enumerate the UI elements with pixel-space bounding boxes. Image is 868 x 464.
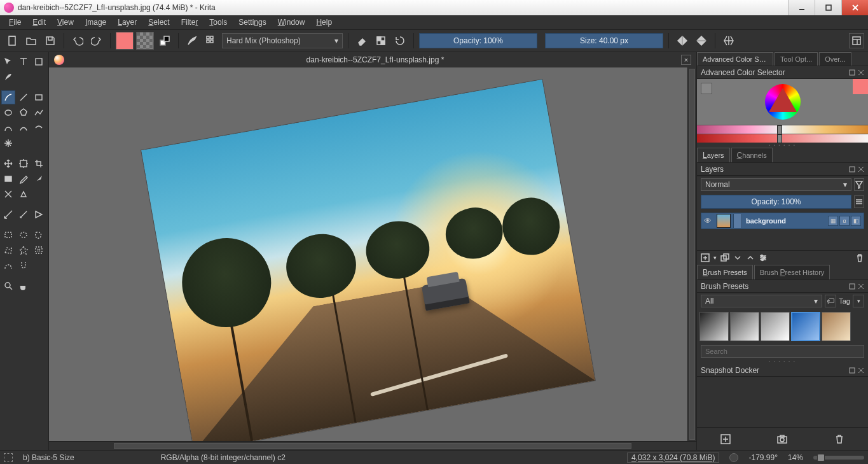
recent-color-swatch[interactable] (853, 79, 868, 94)
menu-tools[interactable]: Tools (204, 17, 232, 28)
redo-button[interactable] (88, 32, 105, 49)
window-close-button[interactable] (841, 0, 868, 15)
blend-mode-select[interactable]: Hard Mix (Photoshop)▾ (222, 33, 343, 48)
save-file-button[interactable] (42, 32, 59, 49)
document-tab-title[interactable]: dan-kreibich--5ZCZF7_LfI-unsplash.jpg * (69, 55, 681, 64)
tool-polygon[interactable] (17, 106, 31, 120)
float-icon[interactable] (849, 166, 855, 172)
preset-5[interactable] (822, 312, 851, 341)
menu-help[interactable]: Help (311, 17, 337, 28)
eraser-mode-button[interactable] (354, 32, 370, 49)
preset-tag-icon[interactable]: 🏷 (825, 295, 836, 307)
layer-inherit-alpha-icon[interactable]: ◧ (851, 216, 861, 226)
docker-grip[interactable]: • • • • • • (697, 143, 868, 148)
tool-rect-select[interactable] (1, 228, 15, 242)
color-selector-config-icon[interactable] (701, 83, 712, 94)
tool-polyline[interactable] (32, 106, 46, 120)
tool-multibrush[interactable] (1, 136, 15, 150)
vertical-scrollbar[interactable] (687, 67, 696, 441)
layer-name[interactable]: background (742, 217, 828, 225)
docker-grip[interactable]: • • • • • • (697, 359, 868, 364)
opacity-slider[interactable]: Opacity: 100% (419, 33, 537, 48)
alpha-lock-button[interactable] (373, 32, 389, 49)
docker-tab-tool-options[interactable]: Tool Opt... (775, 52, 818, 66)
tool-measure[interactable] (17, 207, 31, 221)
layer-alpha-icon[interactable]: α (839, 216, 850, 226)
snapshot-camera-button[interactable] (776, 433, 788, 445)
brush-preset-button[interactable] (184, 32, 200, 49)
tool-contiguous-select[interactable] (17, 243, 31, 257)
close-icon[interactable] (858, 367, 864, 374)
menu-image[interactable]: Image (80, 17, 111, 28)
close-icon[interactable] (858, 69, 864, 76)
tool-color-picker[interactable] (17, 172, 31, 186)
tool-line[interactable] (17, 90, 31, 104)
color-shade-bar-1[interactable] (697, 125, 868, 134)
delete-layer-button[interactable] (855, 253, 864, 262)
add-layer-button[interactable] (701, 253, 710, 262)
tool-gradient[interactable] (32, 172, 46, 186)
preset-3[interactable] (761, 312, 790, 341)
layer-blend-mode-select[interactable]: Normal▾ (701, 178, 851, 191)
float-icon[interactable] (849, 69, 855, 76)
zoom-slider[interactable] (813, 456, 864, 460)
tool-poly-select[interactable] (1, 243, 15, 257)
layer-properties-button[interactable] (759, 253, 768, 262)
new-file-button[interactable] (4, 32, 20, 49)
layer-visibility-icon[interactable]: 👁 (701, 216, 714, 225)
tool-pan[interactable] (17, 279, 31, 293)
docker-tab-layers[interactable]: Layers (697, 148, 730, 162)
tool-ellipse-select[interactable] (17, 228, 31, 242)
close-icon[interactable] (858, 283, 864, 290)
tool-text[interactable] (17, 55, 31, 69)
tool-smart-fill[interactable] (17, 187, 31, 201)
move-layer-down-button[interactable] (733, 253, 742, 262)
undo-button[interactable] (69, 32, 86, 49)
tool-fill[interactable] (1, 172, 15, 186)
float-icon[interactable] (849, 367, 855, 374)
docker-tab-channels[interactable]: Channels (731, 148, 773, 162)
preset-search-input[interactable] (701, 345, 864, 358)
tool-dyna[interactable] (32, 121, 46, 135)
docker-tab-brush-history[interactable]: Brush Preset History (754, 265, 830, 279)
layer-item-background[interactable]: 👁 background ▦ α ◧ (701, 213, 864, 229)
menu-edit[interactable]: Edit (27, 17, 51, 28)
tool-transform[interactable] (1, 55, 15, 69)
selection-mode-icon[interactable] (4, 453, 13, 462)
brush-size-slider[interactable]: Size: 40.00 px (545, 33, 663, 48)
menu-settings[interactable]: Settings (233, 17, 271, 28)
preset-2[interactable] (730, 312, 759, 341)
fg-bg-swap[interactable] (156, 32, 173, 49)
advanced-color-selector[interactable] (697, 79, 868, 143)
color-triangle[interactable] (769, 88, 797, 112)
tool-freehand-select[interactable] (32, 228, 46, 242)
foreground-color-swatch[interactable] (116, 32, 134, 50)
tool-freehand-path[interactable] (17, 121, 31, 135)
open-file-button[interactable] (23, 32, 39, 49)
layer-filter-button[interactable] (854, 178, 864, 191)
docker-tab-brush-presets[interactable]: Brush Presets (697, 265, 753, 279)
reload-preset-button[interactable] (392, 32, 408, 49)
tool-similar-select[interactable] (32, 243, 46, 257)
document-tab-close[interactable]: × (681, 55, 691, 65)
tool-calligraphy[interactable] (1, 70, 15, 84)
window-minimize-button[interactable] (788, 0, 815, 15)
layer-lock-icon[interactable]: ▦ (828, 216, 838, 226)
preset-tag-dropdown[interactable]: ▾ (853, 295, 864, 307)
tool-assistant[interactable] (1, 207, 15, 221)
window-maximize-button[interactable] (815, 0, 841, 15)
pattern-swatch[interactable] (136, 32, 154, 50)
color-shade-bar-2[interactable] (697, 134, 868, 143)
tool-magnetic-select[interactable] (17, 258, 31, 272)
tool-pattern-edit[interactable] (1, 187, 15, 201)
wrap-around-button[interactable] (720, 32, 737, 49)
layer-props-icon[interactable] (733, 214, 742, 228)
status-circle-icon[interactable] (729, 453, 738, 462)
brush-editor-button[interactable] (203, 32, 219, 49)
mirror-vertical-button[interactable] (693, 32, 710, 49)
docker-tab-advanced-color[interactable]: Advanced Color Sele... (697, 52, 773, 66)
snapshot-add-button[interactable] (720, 433, 731, 445)
float-icon[interactable] (849, 283, 855, 290)
tool-move[interactable] (1, 157, 15, 171)
duplicate-layer-button[interactable] (720, 253, 729, 262)
